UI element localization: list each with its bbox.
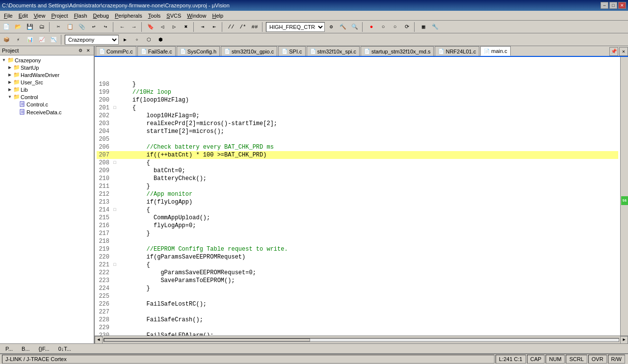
comment-button[interactable]: // (226, 22, 236, 32)
minimize-button[interactable]: – (601, 2, 608, 9)
file-icon (19, 109, 26, 116)
tb2-btn5[interactable]: 📉 (48, 34, 59, 45)
menu-item-window[interactable]: Window (184, 12, 209, 20)
tb2-btn2[interactable]: ⚡ (13, 34, 24, 45)
tabs-bar: 📄CommPc.c📄FailSafe.c📄SysConfig.h📄stm32f1… (95, 46, 628, 57)
bookmark-prev[interactable]: ◁ (157, 22, 168, 32)
proj-btn4[interactable]: ⬢ (155, 34, 166, 45)
run-button[interactable]: ● (366, 22, 377, 32)
stop-button[interactable]: ○ (378, 22, 389, 32)
menu-item-edit[interactable]: Edit (16, 12, 31, 20)
undo-button[interactable]: ↩ (88, 22, 99, 32)
fold-indicator[interactable]: □ (111, 104, 118, 112)
code-line-205: 205 (97, 135, 618, 143)
bookmark-clear[interactable]: ✖ (181, 22, 191, 32)
menu-item-debug[interactable]: Debug (90, 12, 112, 20)
tb2-btn3[interactable]: 📊 (25, 34, 35, 45)
bottom-tab---f---[interactable]: {}F... (34, 344, 54, 353)
bookmark-button[interactable]: 🔖 (145, 22, 156, 32)
tool3[interactable]: ## (249, 22, 260, 32)
save-button[interactable]: 💾 (25, 22, 35, 32)
tb2-btn4[interactable]: 📈 (36, 34, 47, 45)
tree-item-receivedata-c[interactable]: ReceiveData.c (1, 108, 93, 116)
tree-item-hardwaredriver[interactable]: ▶📁HardWareDriver (1, 71, 93, 78)
proj-btn1[interactable]: ▶ (120, 34, 131, 45)
tree-item-lib[interactable]: ▶📁Lib (1, 86, 93, 93)
search-button[interactable]: 🔍 (349, 22, 360, 32)
tab-stm32f10x-spi-c[interactable]: 📄stm32f10x_spi.c (307, 46, 360, 56)
view-options[interactable]: ▦ (418, 22, 429, 32)
bottom-tab-p---[interactable]: P... (1, 344, 17, 353)
line-number: 221 (97, 261, 111, 269)
menu-item-help[interactable]: Help (209, 12, 226, 20)
nav-back-button[interactable]: ← (117, 22, 128, 32)
menu-item-flash[interactable]: Flash (71, 12, 90, 20)
project-panel-config[interactable]: ⚙ (77, 47, 84, 54)
code-line-211: 211 } (97, 182, 618, 190)
hscroll-left-button[interactable]: ◄ (95, 336, 103, 344)
code-area[interactable]: 198 }199 //10Hz loop200 if(loop10HzFlag)… (95, 57, 620, 336)
sep6 (262, 22, 264, 32)
horizontal-scrollbar[interactable]: ◄ ► (95, 336, 628, 343)
menu-item-project[interactable]: Project (48, 12, 71, 20)
close-button[interactable]: ✕ (618, 2, 626, 9)
proj-btn3[interactable]: ⬡ (143, 34, 154, 45)
build-button[interactable]: 🔨 (338, 22, 348, 32)
target-dropdown[interactable]: HIGH_FREQ_CTRL (266, 22, 325, 32)
bottom-tab-0-t---[interactable]: 0↓T... (54, 344, 76, 353)
menu-item-file[interactable]: File (1, 12, 16, 20)
hscroll-track[interactable] (104, 338, 619, 342)
tree-item-startup[interactable]: ▶📁StartUp (1, 64, 93, 71)
reset-button[interactable]: ⟳ (401, 22, 412, 32)
bookmark-next[interactable]: ▷ (169, 22, 180, 32)
save-all-button[interactable]: 🗂 (36, 22, 47, 32)
vertical-scrollbar[interactable]: 56 (620, 57, 628, 336)
tab-failsafe-c[interactable]: 📄FailSafe.c (137, 46, 176, 56)
tab-spi-c[interactable]: 📄SPI.c (278, 46, 305, 56)
new-file-button[interactable]: 📄 (1, 22, 12, 32)
tab-commpc-c[interactable]: 📄CommPc.c (96, 46, 136, 56)
proj-btn2[interactable]: ⬦ (131, 34, 142, 45)
editor-inner[interactable]: 198 }199 //10Hz loop200 if(loop10HzFlag)… (95, 57, 628, 336)
paste-button[interactable]: 📎 (77, 22, 87, 32)
tree-item-control[interactable]: ▼📁Control (1, 93, 93, 101)
step-button[interactable]: ○ (390, 22, 400, 32)
fold-indicator[interactable]: □ (111, 159, 118, 167)
unindent-button[interactable]: ⇤ (209, 22, 220, 32)
statusbar: J-LINK / J-TRACE Cortex L:241 C:1 CAP NU… (0, 353, 628, 364)
pin-tab-button[interactable]: 📌 (609, 47, 618, 56)
copy-button[interactable]: 📋 (65, 22, 76, 32)
fold-indicator[interactable]: □ (111, 261, 118, 269)
project-dropdown[interactable]: Crazepony (65, 35, 119, 45)
menu-item-view[interactable]: View (31, 12, 49, 20)
fold-indicator[interactable]: □ (111, 206, 118, 214)
uncomment-button[interactable]: /* (237, 22, 248, 32)
maximize-button[interactable]: □ (609, 2, 617, 9)
project-panel-close[interactable]: ✕ (85, 47, 92, 54)
tab-stm32f10x-gpio-c[interactable]: 📄stm32f10x_gpio.c (221, 46, 277, 56)
redo-button[interactable]: ↪ (100, 22, 111, 32)
hscroll-right-button[interactable]: ► (620, 336, 628, 344)
bottom-tab-b---[interactable]: B... (17, 344, 34, 353)
menu-item-tools[interactable]: Tools (145, 12, 164, 20)
settings-button[interactable]: 🔧 (430, 22, 441, 32)
tree-item-user-src[interactable]: ▶📁User_Src (1, 78, 93, 86)
tree-item-control-c[interactable]: Control.c (1, 101, 93, 108)
tab-sysconfig-h[interactable]: 📄SysConfig.h (177, 46, 220, 56)
cut-button[interactable]: ✂ (53, 22, 64, 32)
close-tab-button[interactable]: ✕ (619, 47, 628, 56)
tree-item-crazepony[interactable]: ▼📁Crazepony (1, 56, 93, 64)
tab-nrf24l01-c[interactable]: 📄NRF24L01.c (435, 46, 479, 56)
menu-item-peripherals[interactable]: Peripherals (112, 12, 145, 20)
open-button[interactable]: 📂 (13, 22, 24, 32)
menu-item-svcs[interactable]: SVCS (163, 12, 184, 20)
hscroll-thumb[interactable] (104, 338, 310, 341)
nav-fwd-button[interactable]: → (129, 22, 139, 32)
tab-startup-stm32f10x-md-s[interactable]: 📄startup_stm32f10x_md.s (361, 46, 434, 56)
tb2-btn1[interactable]: 📦 (1, 34, 12, 45)
indent-button[interactable]: ⇥ (197, 22, 208, 32)
code-content: gParamsSaveEEPROMRequset=0; (118, 269, 256, 277)
code-line-223: 223 SaveParamsToEEPROM(); (97, 277, 618, 285)
tab-main-c[interactable]: 📄main.c (480, 46, 510, 56)
target-options[interactable]: ⚙ (326, 22, 337, 32)
